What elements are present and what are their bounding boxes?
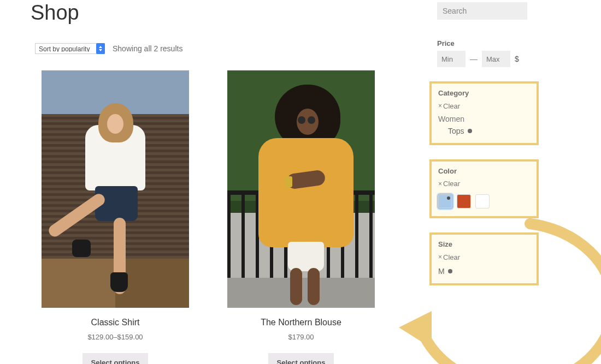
color-swatch[interactable]	[475, 194, 490, 208]
product-card: The Northern Blouse $179.00 Select optio…	[227, 70, 375, 364]
clear-text: Clear	[443, 102, 460, 110]
page-title: Shop	[31, 1, 423, 25]
price-dash: —	[470, 55, 478, 63]
product-grid: Classic Shirt $129.00–$159.00 Select opt…	[31, 70, 423, 364]
product-title[interactable]: The Northern Blouse	[227, 318, 375, 327]
size-value-row[interactable]: M	[438, 267, 530, 276]
color-label: Color	[438, 167, 530, 175]
color-swatch[interactable]	[438, 194, 452, 208]
product-title[interactable]: Classic Shirt	[42, 318, 189, 327]
shop-toolbar: Sort by popularity Showing all 2 results	[35, 43, 423, 54]
price-min-input[interactable]	[437, 51, 466, 67]
price-filter: Price — $	[437, 39, 570, 67]
color-filter: Color × Clear	[429, 159, 539, 219]
category-clear-link[interactable]: × Clear	[438, 102, 460, 110]
close-icon: ×	[438, 180, 442, 188]
size-value: M	[438, 267, 445, 276]
price-currency: $	[515, 55, 519, 63]
search-input[interactable]	[437, 2, 527, 20]
product-price: $129.00–$159.00	[42, 333, 189, 341]
category-child-label: Tops	[448, 127, 464, 135]
sidebar: Price — $ Category × Clear Women Tops Co…	[445, 0, 570, 364]
clear-text: Clear	[443, 180, 460, 188]
size-label: Size	[438, 240, 530, 248]
sort-select[interactable]: Sort by popularity	[35, 43, 105, 54]
size-clear-link[interactable]: × Clear	[438, 253, 460, 261]
results-count: Showing all 2 results	[113, 44, 182, 53]
selected-dot-icon	[448, 269, 452, 273]
selected-dot-icon	[468, 129, 472, 133]
select-options-button[interactable]: Select options	[268, 353, 334, 364]
color-swatches	[438, 194, 530, 208]
product-image[interactable]	[227, 70, 375, 308]
price-max-input[interactable]	[482, 51, 510, 67]
category-filter: Category × Clear Women Tops	[429, 81, 539, 145]
size-filter: Size × Clear M	[429, 232, 539, 285]
close-icon: ×	[438, 102, 442, 110]
category-parent[interactable]: Women	[438, 115, 530, 123]
price-label: Price	[437, 39, 570, 47]
select-options-button[interactable]: Select options	[83, 353, 149, 364]
product-image[interactable]	[42, 70, 189, 308]
close-icon: ×	[438, 253, 442, 261]
product-price: $179.00	[227, 333, 375, 341]
color-swatch[interactable]	[457, 194, 471, 208]
category-child[interactable]: Tops	[448, 127, 530, 135]
color-clear-link[interactable]: × Clear	[438, 180, 460, 188]
product-card: Classic Shirt $129.00–$159.00 Select opt…	[42, 70, 189, 364]
category-label: Category	[438, 89, 530, 97]
clear-text: Clear	[443, 253, 460, 261]
sort-select-wrap[interactable]: Sort by popularity	[35, 43, 105, 54]
